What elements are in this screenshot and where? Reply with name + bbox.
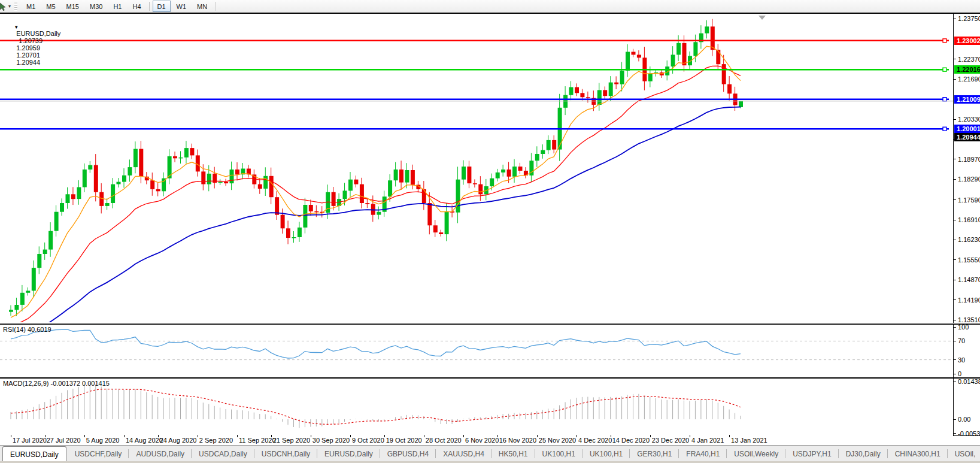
price-axis-scale[interactable]: 1.237501.223701.216901.203301.196501.189… <box>953 14 980 323</box>
rsi-chart-area[interactable] <box>0 325 953 376</box>
chart-tab-gbpusd-h4[interactable]: GBPUSD,H4 <box>380 446 436 462</box>
timeframe-button-m1[interactable]: M1 <box>22 1 40 12</box>
chart-tab-usdcad-daily[interactable]: USDCAD,Daily <box>192 446 254 462</box>
date-axis-label: 28 Oct 2020 <box>426 437 462 444</box>
level-price-label: 1.23002 <box>954 37 980 45</box>
date-axis-label: 21 Sep 2020 <box>273 437 310 444</box>
date-tick-mark <box>384 435 385 437</box>
date-axis-label: 2 Sep 2020 <box>199 437 233 444</box>
chart-tab-dj30-daily[interactable]: DJ30,Daily <box>839 446 888 462</box>
price-tick-label: 1.23750 <box>954 15 980 22</box>
macd-chart-area[interactable] <box>0 379 953 435</box>
date-tick-mark <box>237 435 238 437</box>
chart-tab-usoil[interactable]: USOil, <box>948 446 980 462</box>
price-tick-label: 1.20330 <box>954 116 980 123</box>
date-tick-mark <box>497 435 498 437</box>
rsi-tick-label: 70 <box>954 337 965 344</box>
price-tick-label: 1.14870 <box>954 276 980 283</box>
level-price-label: 1.21009 <box>954 95 980 104</box>
date-tick-mark <box>537 435 538 437</box>
timeframe-button-m15[interactable]: M15 <box>62 1 84 12</box>
chart-tab-usdchf-daily[interactable]: USDCHF,Daily <box>68 446 129 462</box>
price-tick-label: 1.18290 <box>954 175 980 183</box>
level-price-label: 1.22016 <box>954 65 980 74</box>
date-axis-label: 5 Aug 2020 <box>86 437 120 444</box>
chart-tab-uk100-h1[interactable]: UK100,H1 <box>582 446 630 462</box>
chart-tab-fra40-h1[interactable]: FRA40,H1 <box>679 446 727 462</box>
ohlc-close: 1.20944 <box>16 59 40 66</box>
cursor-tool-button[interactable]: ▾ <box>0 1 13 11</box>
timeframe-button-d1[interactable]: D1 <box>153 1 171 12</box>
rsi-tick-label: 0 <box>954 370 961 377</box>
timeframe-button-h1[interactable]: H1 <box>108 1 126 12</box>
date-tick-mark <box>729 435 730 437</box>
chart-tab-ger30-h1[interactable]: GER30,H1 <box>630 446 679 462</box>
price-tick-label: 1.16910 <box>954 216 980 223</box>
current-price-label: 1.20944 <box>954 133 980 141</box>
chart-tab-usoil-weekly[interactable]: USOil,Weekly <box>727 446 785 462</box>
date-tick-mark <box>198 435 198 437</box>
price-tick-label: 1.21690 <box>954 75 980 83</box>
date-axis-label: 4 Jan 2021 <box>691 437 724 444</box>
timeframe-buttons: M1M5M15M30H1H4D1W1MN <box>21 1 218 12</box>
rsi-axis-scale[interactable]: 10070300 <box>953 325 980 377</box>
date-axis-label: 25 Nov 2020 <box>539 437 576 444</box>
level-price-label: 1.20001 <box>954 125 980 133</box>
timeframe-button-mn[interactable]: MN <box>192 1 212 12</box>
ohlc-low: 1.20701 <box>16 52 40 59</box>
date-axis-label: 19 Oct 2020 <box>386 437 422 444</box>
macd-indicator-panel: MACD(12,26,9) -0.001372 0.001415 0.01438… <box>0 378 980 436</box>
date-axis-label: 17 Jul 2020 <box>13 437 47 444</box>
chart-tab-usdcnh-daily[interactable]: USDCNH,Daily <box>254 446 317 462</box>
rsi-label: RSI(14) 40.6019 <box>3 326 51 333</box>
chart-tab-xauusd-h4[interactable]: XAUUSD,H4 <box>436 446 491 462</box>
cursor-pointer-icon <box>0 2 7 11</box>
chart-tab-bar: EURUSD,DailyUSDCHF,DailyAUDUSD,DailyUSDC… <box>0 445 980 462</box>
chart-tab-audusd-daily[interactable]: AUDUSD,Daily <box>129 446 192 462</box>
chart-tab-hk50-h1[interactable]: HK50,H1 <box>491 446 535 462</box>
chart-tab-china300-h1[interactable]: CHINA300,H1 <box>888 446 948 462</box>
macd-axis-scale[interactable]: 0.0143840.00-0.005396 <box>953 379 980 435</box>
chart-tab-usdjpy-h1[interactable]: USDJPY,H1 <box>785 446 838 462</box>
date-tick-mark <box>424 435 424 437</box>
chart-tab-eurusd-daily[interactable]: EURUSD,Daily <box>317 446 380 462</box>
candlestick-chart-area[interactable] <box>0 14 953 322</box>
chart-tab-uk100-h1[interactable]: UK100,H1 <box>535 446 582 462</box>
date-tick-mark <box>11 435 11 437</box>
date-axis-label: 4 Dec 2020 <box>578 437 612 444</box>
toolbar-grip-handle[interactable] <box>14 2 17 11</box>
date-tick-mark <box>350 435 351 437</box>
date-tick-mark <box>311 435 311 437</box>
macd-label: MACD(12,26,9) -0.001372 0.001415 <box>3 380 110 387</box>
price-tick-label: 1.14190 <box>954 296 980 304</box>
date-axis-label: 23 Dec 2020 <box>652 437 689 444</box>
price-tick-label: 1.22370 <box>954 56 980 63</box>
timeframe-button-m30[interactable]: M30 <box>85 1 107 12</box>
price-tick-label: 1.16230 <box>954 236 980 243</box>
macd-tick-label: 0.00 <box>954 416 970 423</box>
chart-symbol-label: EURUSD,Daily <box>16 30 60 37</box>
timeframe-button-w1[interactable]: W1 <box>172 1 192 12</box>
toolbar-separator <box>215 2 216 11</box>
date-tick-mark <box>124 435 125 437</box>
ohlc-high: 1.20959 <box>16 44 40 52</box>
date-tick-mark <box>611 435 611 437</box>
price-tick-label: 1.18970 <box>954 156 980 163</box>
date-tick-mark <box>84 435 85 437</box>
timeframe-button-m5[interactable]: M5 <box>41 1 60 12</box>
date-tick-mark <box>158 435 159 437</box>
date-axis-label: 6 Nov 2020 <box>465 437 499 444</box>
date-axis-label: 30 Sep 2020 <box>312 437 350 444</box>
chart-shift-triangle-icon <box>758 16 766 20</box>
triangle-down-icon[interactable]: ▼ <box>14 25 19 30</box>
rsi-indicator-panel: RSI(14) 40.6019 10070300 <box>0 324 980 378</box>
date-axis[interactable]: 17 Jul 202027 Jul 20205 Aug 202014 Aug 2… <box>0 435 953 445</box>
price-tick-label: 1.17590 <box>954 196 980 204</box>
rsi-tick-label: 100 <box>954 323 969 331</box>
timeframe-toolbar: ▾ M1M5M15M30H1H4D1W1MN <box>0 0 980 13</box>
date-axis-label: 16 Nov 2020 <box>499 437 536 444</box>
price-tick-label: 1.13510 <box>954 316 980 323</box>
timeframe-button-h4[interactable]: H4 <box>128 1 145 12</box>
chevron-down-icon: ▾ <box>8 4 11 9</box>
chart-tab-eurusd-daily[interactable]: EURUSD,Daily <box>2 446 66 462</box>
